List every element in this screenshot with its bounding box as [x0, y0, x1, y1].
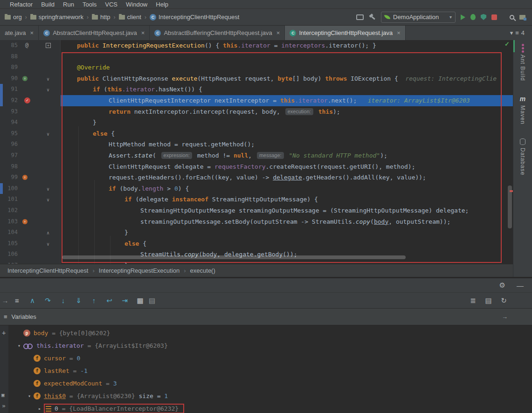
menu-item-help[interactable]: Help: [152, 1, 173, 8]
line-number[interactable]: 92: [0, 95, 18, 106]
view-options-icon[interactable]: ≡: [9, 296, 25, 304]
editor-tab[interactable]: CAbstractClientHttpRequest.java×: [39, 26, 150, 40]
line-number[interactable]: 96: [0, 139, 18, 150]
line-number[interactable]: 100: [0, 183, 18, 194]
code-text[interactable]: HttpMethod method = request.getMethod();: [61, 139, 513, 150]
fold-arrow-icon[interactable]: ∨: [47, 194, 49, 206]
chevron-down-icon[interactable]: ▾: [15, 343, 23, 348]
fold-plus-icon[interactable]: +: [46, 43, 51, 48]
editor-gutter[interactable]: 99↑: [0, 172, 61, 183]
line-number[interactable]: 107: [0, 260, 18, 264]
editor-gutter[interactable]: 98: [0, 161, 61, 172]
fold-arrow-icon[interactable]: ∨: [47, 239, 49, 250]
breadcrumb-item[interactable]: springframework: [29, 13, 84, 21]
editor-gutter[interactable]: 102: [0, 205, 61, 216]
close-icon[interactable]: ×: [276, 29, 280, 36]
editor-gutter[interactable]: 93: [0, 106, 61, 117]
pin-tab-icon[interactable]: ▤: [481, 296, 496, 305]
variable-row[interactable]: ▾fthis$0 = {ArrayList@6230} size = 1: [8, 390, 532, 402]
code-editor[interactable]: 85@+public InterceptingRequestExecution(…: [0, 40, 513, 264]
presentation-mode-icon[interactable]: [356, 14, 364, 20]
code-text[interactable]: }: [61, 117, 513, 128]
editor-tab[interactable]: CInterceptingClientHttpRequest.java×: [285, 26, 405, 40]
more-icon[interactable]: →: [1, 296, 9, 304]
editor-gutter[interactable]: 105∨: [0, 238, 61, 249]
close-icon[interactable]: ×: [30, 29, 34, 36]
show-execution-point-icon[interactable]: ∧: [25, 296, 40, 305]
editor-gutter[interactable]: 85@+: [0, 40, 61, 51]
editor-gutter[interactable]: 96: [0, 139, 61, 150]
chevron-right-icon[interactable]: ▸: [35, 406, 44, 411]
breadcrumb-item[interactable]: InterceptingRequestExecution: [99, 267, 180, 274]
fold-arrow-icon[interactable]: ∧: [47, 227, 49, 239]
editor-gutter[interactable]: 94: [0, 117, 61, 128]
line-number[interactable]: 95: [0, 128, 18, 139]
layout-settings-icon[interactable]: ≣: [465, 296, 481, 305]
hidden-tabs-control[interactable]: ▾ ≡ 4: [510, 26, 532, 40]
line-number[interactable]: 98: [0, 161, 18, 172]
line-number[interactable]: 97: [0, 150, 18, 161]
menu-item-vcs[interactable]: VCS: [101, 1, 122, 8]
menu-item-run[interactable]: Run: [59, 1, 78, 8]
restore-layout-icon[interactable]: ↻: [496, 296, 511, 305]
fold-arrow-icon[interactable]: ∨: [47, 184, 49, 195]
drop-frame-icon[interactable]: ↩: [102, 296, 117, 305]
code-text[interactable]: else {: [61, 238, 513, 249]
run-button[interactable]: [461, 14, 465, 20]
variable-row[interactable]: flastRet = -1: [8, 365, 532, 377]
line-number[interactable]: 91: [0, 84, 18, 95]
code-text[interactable]: else {: [61, 128, 513, 139]
code-text[interactable]: Assert.state( expression: method != null…: [61, 150, 513, 161]
add-watch-icon[interactable]: +: [2, 329, 6, 337]
editor-gutter[interactable]: 92✓: [0, 95, 61, 106]
breadcrumb-item[interactable]: CInterceptingClientHttpRequest: [149, 13, 240, 21]
coverage-button[interactable]: [481, 14, 486, 20]
code-text[interactable]: return nextInterceptor.intercept(request…: [61, 106, 513, 117]
chevron-down-icon[interactable]: ▾: [25, 393, 34, 399]
add-to-watches-icon[interactable]: →: [502, 313, 532, 320]
editor-gutter[interactable]: 89: [0, 62, 61, 73]
more-icon[interactable]: »: [2, 402, 6, 409]
stop-button[interactable]: [491, 14, 497, 20]
editor-gutter[interactable]: 97: [0, 150, 61, 161]
editor-tab[interactable]: ate.java×: [0, 26, 39, 40]
breadcrumb-item[interactable]: execute(): [190, 267, 215, 274]
line-number[interactable]: 106: [0, 249, 18, 260]
code-text[interactable]: }: [61, 227, 513, 238]
breadcrumb-item[interactable]: InterceptingClientHttpRequest: [7, 267, 88, 274]
breadcrumb-item[interactable]: org: [4, 13, 23, 21]
force-step-into-icon[interactable]: ⇓: [71, 296, 86, 305]
step-over-icon[interactable]: ↷: [40, 296, 55, 305]
implementing-method-icon[interactable]: ↑: [22, 219, 28, 224]
variable-row[interactable]: fcursor = 0: [8, 352, 532, 365]
project-structure-icon[interactable]: [519, 15, 525, 20]
code-text[interactable]: ClientHttpRequest delegate = requestFact…: [61, 161, 513, 172]
code-text[interactable]: if (delegate instanceof StreamingHttpOut…: [61, 194, 513, 205]
toolwindow-button-maven[interactable]: mMaven: [519, 95, 526, 124]
run-to-cursor-icon[interactable]: ⇥: [117, 296, 132, 305]
line-number[interactable]: 105: [0, 238, 18, 249]
editor-tab[interactable]: CAbstractBufferingClientHttpRequest.java…: [150, 26, 285, 40]
toolwindow-button-database[interactable]: Database: [519, 138, 526, 175]
code-text[interactable]: if (this.iterator.hasNext()) {: [61, 84, 513, 95]
menu-item-refactor[interactable]: Refactor: [6, 1, 37, 8]
implementing-method-icon[interactable]: ↑: [22, 175, 28, 180]
fold-arrow-icon[interactable]: ∨: [47, 129, 49, 140]
code-text[interactable]: StreamingHttpOutputMessage streamingOutp…: [61, 205, 513, 216]
breadcrumb-item[interactable]: client: [118, 13, 142, 21]
code-text[interactable]: @Override: [61, 62, 513, 73]
editor-gutter[interactable]: 100∨: [0, 183, 61, 194]
line-number[interactable]: 94: [0, 117, 18, 128]
panel-menu-icon[interactable]: ≡: [4, 313, 7, 320]
editor-gutter[interactable]: 88: [0, 51, 61, 62]
code-text[interactable]: request.getHeaders().forEach((key, value…: [61, 172, 513, 183]
variable-row[interactable]: ▸0 = {LoadBalancerInterceptor@6232}: [8, 402, 532, 413]
close-icon[interactable]: ×: [397, 29, 401, 36]
line-number[interactable]: 104: [0, 227, 18, 238]
close-icon[interactable]: ×: [141, 29, 145, 36]
line-number[interactable]: 99: [0, 172, 18, 183]
variable-row[interactable]: pbody = {byte[0]@6202}: [8, 327, 532, 339]
search-everywhere-icon[interactable]: [510, 15, 514, 20]
build-hammer-icon[interactable]: [369, 14, 376, 21]
menu-item-window[interactable]: Window: [122, 1, 152, 8]
